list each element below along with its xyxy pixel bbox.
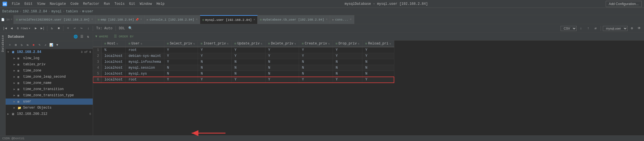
toolbar-refresh-btn[interactable]: ↻ [49,25,55,32]
cell-create-priv[interactable]: N [299,71,333,77]
row-number[interactable]: 4 [93,65,101,71]
cell-update-priv[interactable]: Y [231,53,265,59]
breadcrumb-db[interactable]: mysql [51,10,61,14]
cell-user[interactable]: mysql.session [126,65,164,71]
cell-reload-pri[interactable]: Y [362,77,394,83]
cell-user[interactable]: root [126,47,164,53]
cell-delete-priv[interactable]: N [265,59,299,65]
toolbar-search-icon[interactable]: 🔍 [127,25,133,32]
cell-drop-priv[interactable]: N [333,59,362,65]
cell-host[interactable]: localhost [101,77,126,83]
cell-delete-priv[interactable]: Y [265,77,299,83]
menu-view[interactable]: View [35,0,48,8]
col-host[interactable]: ⊞ Host ⇅ [101,41,126,47]
sidebar-item-time-zone-name[interactable]: ▶ ⊞ time_zone_name [6,80,93,86]
breadcrumb-server[interactable]: 192.168.2.84 [23,10,47,14]
sidebar-item-server1[interactable]: ▼ 🖥 192.168.2.84 3 of 6 [6,49,93,55]
cell-create-priv[interactable]: Y [299,47,333,53]
tab-mydatabase[interactable]: ⊞ myDatabase.tb_user [192.168.2.84] × [258,15,330,24]
cell-delete-priv[interactable]: N [265,71,299,77]
sidebar-add-btn[interactable]: + [7,42,12,48]
cell-select-priv[interactable]: Y [164,47,198,53]
cell-create-priv[interactable]: N [299,59,333,65]
cell-drop-priv[interactable]: N [333,65,362,71]
cell-insert-priv[interactable]: Y [198,77,232,83]
col-create-priv[interactable]: ⊞ Create_priv ⇅ [299,41,333,47]
col-update-priv[interactable]: ⊞ Update_priv ⇅ [231,41,265,47]
tab-arnoldtest[interactable]: ⊞ arnoldTest20230924.user [192.168.2.84]… [14,15,96,24]
menu-navigate[interactable]: Navigate [47,0,68,8]
toolbar-next-btn[interactable]: ▶ [33,25,39,32]
cell-create-priv[interactable]: N [299,65,333,71]
sidebar-item-tables-priv[interactable]: ▶ ⊞ tables_priv [6,61,93,68]
cell-update-priv[interactable]: Y [231,47,265,53]
menu-run[interactable]: Run [101,0,112,8]
breadcrumb-database[interactable]: Database [2,10,19,14]
cell-reload-pri[interactable]: N [362,59,394,65]
col-user[interactable]: ⊞ User ⇅ [126,41,164,47]
sidebar-sort-icon[interactable]: ⇅ [85,34,90,39]
cell-insert-priv[interactable]: Y [198,53,232,59]
row-number[interactable]: 5 [93,71,101,77]
breadcrumb-user[interactable]: user [85,10,93,14]
rows-dropdown-icon[interactable]: ▾ [29,26,31,30]
col-select-priv[interactable]: ⊞ Select_priv ⇅ [164,41,198,47]
add-configuration-button[interactable]: Add Configuration... [606,1,642,7]
tab-close-4[interactable]: × [326,18,327,21]
sidebar-edit-btn[interactable]: ✎ [37,42,42,48]
sidebar-stop-btn[interactable]: ■ [31,42,36,48]
tab-close-3[interactable]: × [253,18,255,21]
cell-drop-priv[interactable]: Y [333,53,362,59]
sidebar-move-btn[interactable]: ↗ [43,42,48,48]
toolbar-last-btn[interactable]: ▶| [39,25,46,32]
cell-user[interactable]: mysql.infoschema [126,59,164,65]
sidebar-filter-btn[interactable]: ⇆ [25,42,30,48]
toolbar-settings-icon[interactable]: ⚙ [629,25,635,32]
cell-host[interactable]: localhost [101,71,126,77]
cell-user[interactable]: debian-sys-maint [126,53,164,59]
cell-delete-priv[interactable]: Y [265,53,299,59]
toolbar-import-btn[interactable]: ↑ [585,25,591,32]
menu-window[interactable]: Window [138,0,154,8]
menu-git[interactable]: Git [127,0,138,8]
table-row[interactable]: 3localhostmysql.infoschemaYNNNNNN [93,59,394,65]
cell-insert-priv[interactable]: Y [198,47,232,53]
cell-reload-pri[interactable]: Y [362,47,394,53]
toolbar-redo-btn[interactable]: ↪ [78,25,85,32]
table-row[interactable]: 5localhostmysql.sysNNNNNNN [93,71,394,77]
cell-host[interactable]: localhost [101,59,126,65]
tab-close-5[interactable]: × [350,18,352,21]
menu-code[interactable]: Code [68,0,81,8]
table-row[interactable]: 6localhostrootYYYYYYY [93,77,394,83]
col-drop-priv[interactable]: ⊞ Drop_priv ⇅ [333,41,362,47]
cell-user[interactable]: root [126,77,164,83]
toolbar-prev-btn[interactable]: ◀ [8,25,15,32]
menu-tools[interactable]: Tools [112,0,127,8]
cell-host[interactable]: localhost [101,65,126,71]
sidebar-item-time-zone[interactable]: ▶ ⊞ time_zone [6,68,93,74]
cell-update-priv[interactable]: N [231,59,265,65]
cell-delete-priv[interactable]: Y [265,47,299,53]
toolbar-csv-select[interactable]: CSV [561,26,577,31]
sidebar-chart-icon[interactable]: 📊 [49,42,54,48]
tab-close-2[interactable]: × [196,18,198,21]
cell-drop-priv[interactable]: Y [333,77,362,83]
sidebar-funnel-icon[interactable]: ▼ [55,42,60,48]
sidebar-item-slow-log[interactable]: ▶ ⊞ slow_log [6,55,93,61]
tab-close-1[interactable]: × [140,18,142,21]
cell-create-priv[interactable]: Y [299,53,333,59]
menu-file[interactable]: File [10,0,22,8]
cell-insert-priv[interactable]: N [198,65,232,71]
cell-reload-pri[interactable]: Y [362,53,394,59]
row-number[interactable]: 2 [93,53,101,59]
cell-insert-priv[interactable]: N [198,71,232,77]
tab-cons[interactable]: ▶ cons... × [330,15,354,24]
cell-host[interactable]: localhost [101,53,126,59]
sidebar-item-server2[interactable]: ▶ 🖥 192.168.200.212 6 [6,111,93,117]
cell-select-priv[interactable]: N [164,71,198,77]
menu-edit[interactable]: Edit [22,0,35,8]
row-number[interactable]: 3 [93,59,101,65]
sidebar-globe-icon[interactable]: 🌐 [73,34,78,39]
row-number[interactable]: 6 [93,77,101,83]
cell-reload-pri[interactable]: N [362,71,394,77]
